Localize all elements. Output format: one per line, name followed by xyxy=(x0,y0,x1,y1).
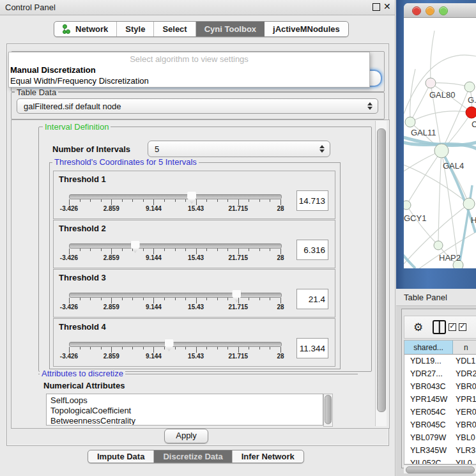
tab-cyni-toolbox[interactable]: Cyni Toolbox xyxy=(196,22,265,36)
network-node-GAL80-node[interactable] xyxy=(426,78,436,88)
cell-shared-name[interactable]: YBL079W xyxy=(404,433,453,442)
tab-network[interactable]: Network xyxy=(54,22,117,36)
number-of-intervals-spinner[interactable]: 5 xyxy=(148,141,330,157)
network-edge[interactable] xyxy=(410,83,431,122)
close-icon[interactable]: ✕ xyxy=(383,1,391,12)
threshold-2-slider[interactable] xyxy=(69,243,282,249)
table-row[interactable]: YDL19...YDL1 xyxy=(404,355,476,367)
network-node-top-right-node[interactable] xyxy=(464,82,475,92)
cell-shared-name[interactable]: YDL19... xyxy=(404,357,453,365)
combo-arrows-icon[interactable] xyxy=(365,102,375,110)
cell-shared-name[interactable]: YBR045C xyxy=(404,420,453,429)
apply-button[interactable]: Apply xyxy=(164,429,208,443)
cell-shared-name[interactable]: YLR345W xyxy=(404,446,453,455)
cell-shared-name[interactable]: YER054C xyxy=(404,408,453,417)
tab-select[interactable]: Select xyxy=(154,22,196,36)
cell-name[interactable]: YLR3 xyxy=(453,446,476,455)
cell-name[interactable]: YIL0 xyxy=(453,459,476,464)
table-data-value: galFiltered.sif default node xyxy=(17,102,365,111)
cell-name[interactable]: YBR0 xyxy=(453,420,476,429)
table-row[interactable]: YIL052CYIL0 xyxy=(404,457,476,464)
threshold-1-slider[interactable] xyxy=(69,194,282,199)
network-edge[interactable] xyxy=(410,111,472,122)
column-header-name[interactable]: n xyxy=(453,341,476,354)
float-window-icon[interactable] xyxy=(372,3,380,11)
threshold-2-value-field[interactable] xyxy=(296,240,328,260)
table-row[interactable]: YBR045CYBR0 xyxy=(404,418,476,431)
checkbox-icon[interactable] xyxy=(449,323,456,331)
tab-infer-network[interactable]: Infer Network xyxy=(233,450,303,463)
network-node-GAL4-node[interactable] xyxy=(434,144,449,158)
table-horizontal-scrollbar[interactable] xyxy=(404,464,476,473)
network-node-H-node[interactable] xyxy=(463,198,475,210)
network-canvas[interactable]: GAL80G.CGAL11GAL4GCY1HHAP2 xyxy=(404,18,476,268)
network-edge[interactable] xyxy=(431,83,470,87)
attribute-list-item[interactable]: TopologicalCoefficient xyxy=(50,406,323,416)
tick-mark xyxy=(164,199,165,202)
scrollbar-thumb[interactable] xyxy=(377,128,386,412)
tick-mark xyxy=(280,249,281,254)
table-row[interactable]: YER054CYER0 xyxy=(404,406,476,418)
threshold-4-value-field[interactable] xyxy=(296,338,328,358)
checkbox-icon[interactable] xyxy=(459,323,466,331)
network-node-HAP2-node[interactable] xyxy=(434,241,443,250)
tab-discretize-data[interactable]: Discretize Data xyxy=(154,450,232,463)
tab-style[interactable]: Style xyxy=(117,22,154,36)
table-row[interactable]: YDR27...YDR2 xyxy=(404,367,476,380)
attribute-list-item[interactable]: SelfLoops xyxy=(50,395,323,406)
cell-name[interactable]: YBR0 xyxy=(453,382,476,391)
column-header-shared-name[interactable]: shared... xyxy=(404,341,453,354)
gear-icon[interactable]: ⚙ xyxy=(413,322,423,333)
zoom-traffic-light-icon[interactable] xyxy=(439,6,448,15)
table-row[interactable]: YBL079WYBL0 xyxy=(404,431,476,444)
table-row[interactable]: YLR345WYLR3 xyxy=(404,444,476,457)
slider-tick-labels: -3.4262.8599.14415.4321.71528 xyxy=(69,303,280,312)
table-row[interactable]: YPR145WYPR1 xyxy=(404,393,476,406)
algorithm-dropdown-popup: Select algorithm to view settings Manual… xyxy=(8,52,370,88)
network-edge[interactable] xyxy=(404,253,415,268)
scrollbar-thumb[interactable] xyxy=(325,395,332,424)
network-node-GAL11-node[interactable] xyxy=(405,117,415,127)
dropdown-item-manual-discretization[interactable]: Manual Discretization xyxy=(10,65,96,75)
cell-shared-name[interactable]: YBR043C xyxy=(404,382,453,391)
threshold-3-value-field[interactable] xyxy=(296,289,328,309)
cell-shared-name[interactable]: YDR27... xyxy=(404,369,453,378)
table-row[interactable]: YBR043CYBR0 xyxy=(404,380,476,393)
attributes-list-scrollbar[interactable] xyxy=(323,394,333,427)
cell-name[interactable]: YPR1 xyxy=(453,395,476,404)
spinner-arrows-icon[interactable] xyxy=(317,145,327,153)
network-edge[interactable] xyxy=(431,31,434,83)
network-edge[interactable] xyxy=(406,205,438,245)
attributes-group-title: Attributes to discretize xyxy=(40,369,125,378)
attribute-list-item[interactable]: BetweennessCentrality xyxy=(50,416,323,426)
threshold-1-value-field[interactable] xyxy=(296,190,328,211)
tick-mark xyxy=(101,347,102,349)
tab-jactivemnodules[interactable]: jActiveMNodules xyxy=(265,22,348,36)
cell-name[interactable]: YDL1 xyxy=(453,357,476,365)
tab-impute-data[interactable]: Impute Data xyxy=(88,450,154,463)
numerical-attributes-list[interactable]: SelfLoopsTopologicalCoefficientBetweenne… xyxy=(46,394,323,426)
table-data-combobox[interactable]: galFiltered.sif default node xyxy=(17,98,378,114)
panel-vertical-scrollbar[interactable] xyxy=(375,121,387,426)
threshold-3-slider[interactable] xyxy=(69,293,282,298)
close-traffic-light-icon[interactable] xyxy=(412,6,421,15)
cell-name[interactable]: YBL0 xyxy=(453,433,476,442)
minimize-traffic-light-icon[interactable] xyxy=(426,6,434,15)
network-edge[interactable] xyxy=(404,232,476,268)
network-edge[interactable] xyxy=(438,151,441,245)
dropdown-item-equal-width-frequency[interactable]: Equal Width/Frequency Discretization xyxy=(10,76,149,86)
cell-shared-name[interactable]: YPR145W xyxy=(404,395,453,404)
cell-shared-name[interactable]: YIL052C xyxy=(404,459,453,464)
tick-mark xyxy=(164,347,165,349)
column-layout-icon[interactable] xyxy=(433,320,446,334)
scrollbar-thumb[interactable] xyxy=(406,466,475,473)
tick-mark xyxy=(270,298,270,300)
network-node-GCY1-node[interactable] xyxy=(404,201,411,210)
tick-label: 15.43 xyxy=(188,353,204,360)
network-window-titlebar[interactable] xyxy=(404,3,476,18)
cell-name[interactable]: YDR2 xyxy=(453,369,476,378)
cell-name[interactable]: YER0 xyxy=(453,408,476,417)
tick-label: 21.715 xyxy=(229,254,249,261)
network-node-red-node[interactable] xyxy=(466,107,476,118)
threshold-4-slider[interactable] xyxy=(69,342,282,347)
